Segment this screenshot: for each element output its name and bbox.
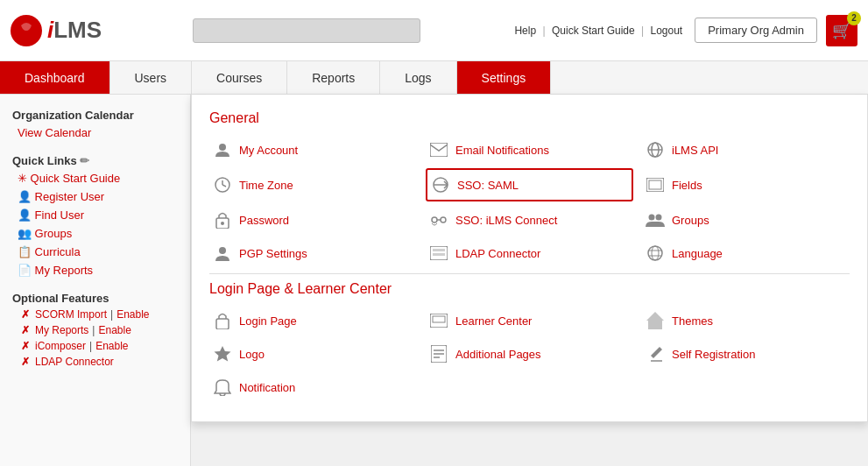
settings-dropdown: General My Account Email Notifications [191,95,868,466]
svg-point-21 [656,215,662,221]
my-reports-link[interactable]: My Reports [35,324,88,336]
login-section-title: Login Page & Learner Center [209,281,850,297]
tab-logs[interactable]: Logs [380,61,456,94]
svg-rect-33 [648,321,662,329]
groups-icon [646,210,665,229]
additional-pages-icon [429,344,448,364]
icomposer-enable-link[interactable]: Enable [95,340,128,352]
my-account-item[interactable]: My Account [209,135,417,165]
help-link[interactable]: Help [514,25,536,37]
language-item[interactable]: Language [642,238,850,268]
login-page-icon [213,311,232,330]
learner-center-icon [429,311,448,330]
ldap-connector-link[interactable]: LDAP Connector [35,356,114,368]
logout-link[interactable]: Logout [650,25,682,37]
sidebar-groups[interactable]: 👥 Groups [0,224,190,243]
svg-line-8 [222,185,226,187]
password-item[interactable]: Password [209,205,417,235]
dropdown-menu: General My Account Email Notifications [191,95,868,422]
email-icon [429,140,448,159]
tab-settings[interactable]: Settings [457,61,552,94]
org-calendar-title: Organization Calendar [0,103,190,124]
top-links: Help | Quick Start Guide | Logout [511,25,686,37]
svg-marker-35 [215,346,231,362]
tab-dashboard[interactable]: Dashboard [0,61,110,94]
svg-rect-2 [430,143,448,157]
sidebar-find-user[interactable]: 👤 Find User [0,206,190,224]
time-zone-item[interactable]: Time Zone [209,168,417,201]
icomposer-link[interactable]: iComposer [35,340,86,352]
sso-ilms-connect-item[interactable]: SSO: iLMS Connect [426,205,633,235]
general-section-title: General [209,110,850,126]
password-label: Password [239,214,289,227]
svg-point-18 [441,217,446,222]
ldap-connector-item[interactable]: LDAP Connector [426,238,633,268]
self-registration-label: Self Registration [672,348,755,361]
login-page-label: Login Page [239,314,297,328]
svg-point-27 [652,246,659,260]
scorm-enable-link[interactable]: Enable [116,308,149,321]
primary-org-admin-button[interactable]: Primary Org Admin [695,18,817,43]
self-registration-item[interactable]: Self Registration [642,339,850,369]
logo-lms: LMS [53,17,102,43]
global-search-input[interactable] [193,18,420,43]
fields-item[interactable]: Fields [642,168,850,201]
login-page-item[interactable]: Login Page [209,306,417,335]
logo-label: Logo [239,348,265,361]
sidebar-curricula[interactable]: 📋 Curricula [0,243,190,261]
themes-item[interactable]: Themes [642,306,850,335]
svg-rect-24 [433,249,445,251]
scorm-import-option: ✗ SCORM Import | Enable [0,307,190,322]
sidebar-quick-start[interactable]: ✳ Quick Start Guide [0,169,190,187]
scorm-import-link[interactable]: SCORM Import [35,308,107,321]
svg-rect-25 [433,253,445,256]
pgp-icon [213,244,232,263]
self-reg-icon [646,344,665,364]
login-items-grid: Login Page Learner Center Themes [209,306,850,402]
my-reports-option: ✗ My Reports | Enable [0,322,190,338]
quick-links-title: Quick Links ✏ [0,149,190,169]
email-notifications-item[interactable]: Email Notifications [426,135,633,165]
quick-start-link[interactable]: Quick Start Guide [552,25,635,37]
my-account-label: My Account [239,144,298,157]
email-notifications-label: Email Notifications [455,144,549,157]
sso-connect-icon [429,210,448,229]
language-icon [646,244,665,263]
logo-item[interactable]: Logo [209,339,417,369]
view-calendar-link[interactable]: View Calendar [0,124,190,142]
groups-item[interactable]: Groups [642,205,850,235]
themes-label: Themes [672,314,713,328]
notification-label: Notification [239,381,295,394]
learner-center-item[interactable]: Learner Center [426,306,633,335]
sso-saml-item[interactable]: SSO: SAML [426,168,633,201]
additional-pages-label: Additional Pages [455,348,541,361]
pgp-settings-item[interactable]: PGP Settings [209,238,417,268]
nav-tabs: Dashboard Users Courses Reports Logs Set… [0,61,868,95]
additional-pages-item[interactable]: Additional Pages [426,339,633,369]
icomposer-option: ✗ iComposer | Enable [0,338,190,354]
tab-users[interactable]: Users [110,61,193,94]
cart-badge: 2 [847,11,861,25]
svg-rect-14 [649,180,661,189]
pgp-settings-label: PGP Settings [239,247,307,260]
tab-reports[interactable]: Reports [287,61,380,94]
my-reports-enable-link[interactable]: Enable [98,324,131,336]
optional-features-title: Optional Features [0,286,190,307]
cart-button[interactable]: 🛒 2 [826,15,857,46]
notification-icon [213,378,232,397]
svg-point-22 [219,247,226,254]
notification-item[interactable]: Notification [209,372,417,402]
language-label: Language [672,247,723,260]
ilms-api-item[interactable]: iLMS API [642,135,850,165]
tab-courses[interactable]: Courses [192,61,287,94]
edit-icon[interactable]: ✏ [80,154,89,167]
sidebar-my-reports[interactable]: 📄 My Reports [0,261,190,279]
fields-icon [646,175,665,194]
logo: iLMS [11,15,102,46]
sidebar-register-user[interactable]: 👤 Register User [0,187,190,206]
password-icon [213,210,232,229]
themes-icon [646,311,665,330]
sso-saml-label: SSO: SAML [457,179,519,192]
section-divider [209,273,850,274]
svg-point-20 [649,215,655,221]
